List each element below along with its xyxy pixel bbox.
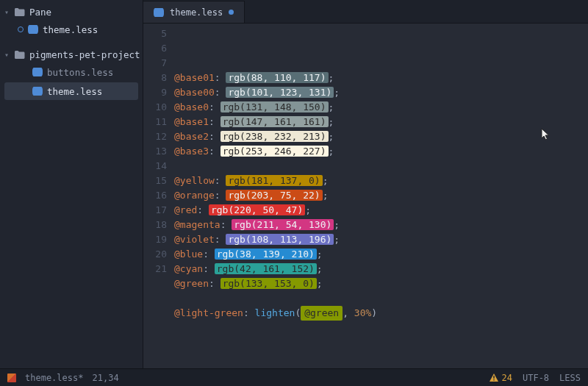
code-line[interactable]: @violet: rgb(108, 113, 196); bbox=[174, 232, 588, 247]
tab-bar: theme.less bbox=[143, 0, 588, 24]
code-line[interactable]: @orange: rgb(203, 75, 22); bbox=[174, 188, 588, 203]
code-line[interactable] bbox=[174, 291, 588, 306]
tab-theme[interactable]: theme.less bbox=[143, 1, 245, 23]
less-file-icon bbox=[32, 68, 43, 76]
status-cursor-pos[interactable]: 21,34 bbox=[92, 373, 118, 383]
less-file-icon bbox=[154, 8, 164, 17]
code-line[interactable]: @magenta: rgb(211, 54, 130); bbox=[174, 218, 588, 232]
tree-file-theme[interactable]: theme.less bbox=[4, 82, 138, 100]
svg-rect-0 bbox=[493, 376, 494, 379]
status-bar: theme.less* 21,34 24 UTF-8 LESS bbox=[0, 368, 588, 386]
code-line[interactable]: @base3: rgb(253, 246, 227); bbox=[174, 144, 588, 159]
code-line[interactable]: @light-green: lighten(@green, 30%) bbox=[174, 306, 588, 321]
code-line[interactable]: @base2: rgb(238, 232, 213); bbox=[174, 129, 588, 144]
code-line[interactable]: @base00: rgb(101, 123, 131); bbox=[174, 85, 588, 100]
tab-title: theme.less bbox=[170, 7, 223, 18]
tree-open-file-label: theme.less bbox=[43, 24, 98, 35]
modified-indicator-icon bbox=[18, 26, 24, 32]
status-file-icon bbox=[7, 374, 16, 382]
code-line[interactable]: @green: rgb(133, 153, 0); bbox=[174, 276, 588, 291]
less-file-icon bbox=[32, 87, 43, 96]
status-grammar[interactable]: LESS bbox=[559, 373, 581, 383]
folder-icon bbox=[15, 8, 25, 16]
chevron-down-icon: ▾ bbox=[4, 51, 10, 59]
svg-rect-1 bbox=[493, 379, 494, 380]
modified-dot-icon bbox=[229, 10, 234, 15]
status-encoding[interactable]: UTF-8 bbox=[523, 373, 549, 383]
tree-file-buttons[interactable]: buttons.less bbox=[0, 63, 143, 81]
chevron-down-icon: ▾ bbox=[4, 8, 10, 16]
code-line[interactable]: @base1: rgb(147, 161, 161); bbox=[174, 115, 588, 129]
less-file-icon bbox=[28, 25, 38, 34]
code-line[interactable]: @yellow: rgb(181, 137, 0); bbox=[174, 174, 588, 188]
tree-file-label: theme.less bbox=[47, 86, 102, 97]
editor-pane: theme.less 56789101112131415161718192021… bbox=[143, 0, 588, 368]
tree-open-file[interactable]: theme.less bbox=[0, 21, 143, 38]
status-warnings[interactable]: 24 bbox=[490, 373, 512, 383]
status-warning-count: 24 bbox=[502, 373, 512, 383]
tree-file-label: buttons.less bbox=[47, 67, 113, 78]
code-line[interactable]: @red: rgb(220, 50, 47); bbox=[174, 203, 588, 218]
line-gutter: 56789101112131415161718192021 bbox=[143, 26, 174, 368]
code-line[interactable]: @blue: rgb(38, 139, 210); bbox=[174, 247, 588, 262]
code-content[interactable]: @base01: rgb(88, 110, 117);@base00: rgb(… bbox=[174, 26, 588, 368]
folder-icon bbox=[15, 51, 25, 59]
sidebar: ▾ Pane theme.less ▾ pigments-pet-proj bbox=[0, 0, 143, 368]
warning-icon bbox=[490, 374, 498, 382]
tree-pane-header[interactable]: ▾ Pane bbox=[0, 3, 143, 21]
tree-project-label: pigments-pet-project bbox=[29, 49, 140, 60]
code-line[interactable]: @base01: rgb(88, 110, 117); bbox=[174, 71, 588, 85]
code-line[interactable]: @base0: rgb(131, 148, 150); bbox=[174, 100, 588, 115]
tree-project-header[interactable]: ▾ pigments-pet-project bbox=[0, 46, 143, 63]
workspace: ▾ Pane theme.less ▾ pigments-pet-proj bbox=[0, 0, 588, 368]
code-line[interactable] bbox=[174, 159, 588, 174]
status-filename[interactable]: theme.less* bbox=[25, 373, 83, 383]
code-line[interactable]: @cyan: rgb(42, 161, 152); bbox=[174, 262, 588, 276]
tree-pane-label: Pane bbox=[29, 7, 51, 18]
code-area[interactable]: 56789101112131415161718192021 @base01: r… bbox=[143, 24, 588, 368]
app-root: ▾ Pane theme.less ▾ pigments-pet-proj bbox=[0, 0, 588, 386]
